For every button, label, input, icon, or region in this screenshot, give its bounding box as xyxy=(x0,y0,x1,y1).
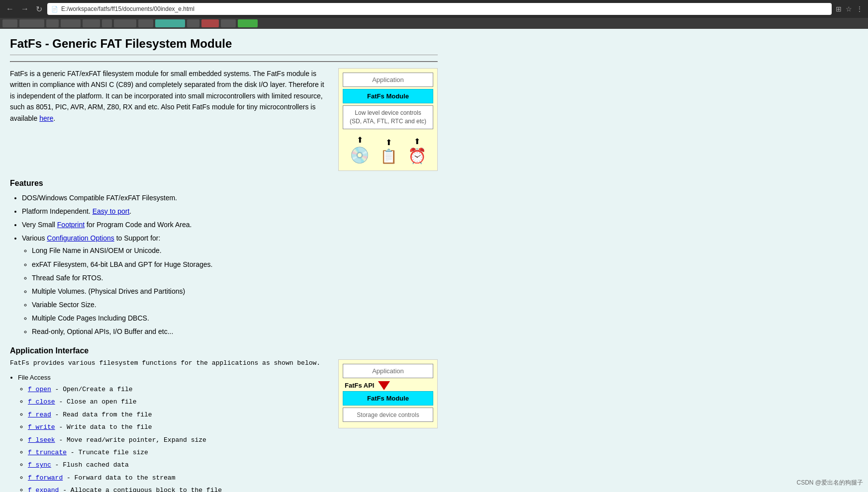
f-close-link[interactable]: f_close xyxy=(28,398,55,406)
f-read-link[interactable]: f_read xyxy=(28,411,51,418)
sub-feature-3-text: Thread Safe for RTOS. xyxy=(32,274,103,282)
bookmark-2 xyxy=(19,19,44,27)
diag1-fatfs-box: FatFs Module xyxy=(343,89,433,103)
diag1-doc-icon-item: ⬆ 📋 xyxy=(380,138,397,164)
f-forward-desc: - Forward data to the stream xyxy=(63,474,175,482)
f-lseek-link[interactable]: f_lseek xyxy=(28,436,55,444)
f-sync-link[interactable]: f_sync xyxy=(28,461,51,469)
menu-button[interactable]: ⋮ xyxy=(855,4,864,14)
bookmark-button[interactable]: ☆ xyxy=(845,4,853,14)
f-read-desc: - Read data from the file xyxy=(51,411,152,418)
back-button[interactable]: ← xyxy=(4,3,16,14)
url-text: E:/workspace/fatfs/ff15/documents/00inde… xyxy=(61,5,194,12)
features-list: DOS/Windows Compatible FAT/exFAT Filesys… xyxy=(10,192,438,338)
api-f-open: f_open - Open/Create a file xyxy=(28,383,328,395)
diag2-api-row: FatFs API xyxy=(343,380,433,391)
bookmark-5 xyxy=(83,19,100,27)
page-title: FatFs - Generic FAT Filesystem Module xyxy=(10,37,438,55)
api-f-close: f_close - Close an open file xyxy=(28,396,328,408)
features-section: Features DOS/Windows Compatible FAT/exFA… xyxy=(10,179,438,338)
sub-feature-2: exFAT Filesystem, 64-bit LBA and GPT for… xyxy=(32,258,438,271)
feature-2-text: Platform Independent. xyxy=(22,207,93,215)
f-open-desc: - Open/Create a file xyxy=(51,386,133,393)
diag1-lowlevel-label: Low level device controls(SD, ATA, FTL, … xyxy=(350,109,426,125)
diag1-clock-shape: ⏰ xyxy=(408,147,426,164)
arch-diagram-2: Application FatFs API FatFs Module Stora… xyxy=(338,359,438,428)
diag1-doc-arrow: ⬆ xyxy=(386,138,392,147)
bookmark-10 xyxy=(187,19,199,27)
diag2-storage-label: Storage device controls xyxy=(357,411,419,418)
sub-feature-6: Multiple Code Pages Including DBCS. xyxy=(32,312,438,325)
f-lseek-desc: - Move read/write pointer, Expand size xyxy=(55,436,206,444)
sub-feature-4-text: Multiple Volumes. (Physical Drives and P… xyxy=(32,287,185,295)
bookmark-11 xyxy=(201,19,219,27)
diag2-fatfs-label: FatFs Module xyxy=(367,395,409,402)
bookmark-1 xyxy=(2,19,17,27)
api-heading: Application Interface xyxy=(10,346,438,355)
footprint-link[interactable]: Footprint xyxy=(57,221,85,229)
bookmark-12 xyxy=(221,19,236,27)
here-link[interactable]: here xyxy=(39,114,53,122)
sub-feature-4: Multiple Volumes. (Physical Drives and P… xyxy=(32,285,438,298)
diag2-application-label: Application xyxy=(372,367,404,375)
f-truncate-desc: - Truncate file size xyxy=(67,449,148,456)
intro-text: FatFs is a generic FAT/exFAT filesystem … xyxy=(10,68,328,171)
api-f-truncate: f_truncate - Truncate file size xyxy=(28,446,328,458)
bookmark-3 xyxy=(46,19,59,27)
f-open-link[interactable]: f_open xyxy=(28,386,51,393)
f-write-desc: - Write data to the file xyxy=(55,423,152,431)
diag2-storage-box: Storage device controls xyxy=(343,408,433,422)
diag1-disk-icon-item: ⬆ 💿 xyxy=(350,135,370,164)
f-close-desc: - Close an open file xyxy=(55,398,137,406)
url-bar[interactable]: 📄 E:/workspace/fatfs/ff15/documents/00in… xyxy=(47,3,832,15)
feature-4-text: Various xyxy=(22,234,47,242)
api-intro-text: FatFs provides various filesystem functi… xyxy=(10,359,328,367)
file-access-item: File Access f_open - Open/Create a file … xyxy=(18,372,328,492)
intro-period: . xyxy=(53,114,55,122)
diag1-fatfs-label: FatFs Module xyxy=(367,92,409,100)
api-f-sync: f_sync - Flush cached data xyxy=(28,459,328,471)
api-f-read: f_read - Read data from the file xyxy=(28,409,328,420)
bookmark-13 xyxy=(238,19,258,27)
sub-feature-1-text: Long File Name in ANSI/OEM or Unicode. xyxy=(32,246,162,254)
f-forward-link[interactable]: f_forward xyxy=(28,474,63,482)
diag2-application-box: Application xyxy=(343,364,433,378)
f-write-link[interactable]: f_write xyxy=(28,423,55,431)
feature-3-end: for Program Code and Work Area. xyxy=(85,221,192,229)
lock-icon: 📄 xyxy=(51,6,58,12)
sub-feature-3: Thread Safe for RTOS. xyxy=(32,272,438,284)
easy-to-port-link[interactable]: Easy to port xyxy=(93,207,130,215)
f-sync-desc: - Flush cached data xyxy=(51,461,129,469)
features-sub-list: Long File Name in ANSI/OEM or Unicode. e… xyxy=(22,245,438,338)
diag2-fatfs-box: FatFs Module xyxy=(343,391,433,406)
file-access-label: File Access xyxy=(18,374,51,381)
diag1-lowlevel-box: Low level device controls(SD, ATA, FTL, … xyxy=(343,105,433,129)
feature-1-text: DOS/Windows Compatible FAT/exFAT Filesys… xyxy=(22,194,177,202)
sub-feature-5-text: Variable Sector Size. xyxy=(32,301,96,309)
api-f-expand: f_expand - Allocate a contiguous block t… xyxy=(28,484,328,492)
sub-feature-6-text: Multiple Code Pages Including DBCS. xyxy=(32,314,149,322)
f-truncate-link[interactable]: f_truncate xyxy=(28,449,67,456)
feature-3-text: Very Small xyxy=(22,221,57,229)
bookmark-7 xyxy=(114,19,136,27)
bookmark-8 xyxy=(138,19,153,27)
sub-feature-5: Variable Sector Size. xyxy=(32,299,438,311)
bookmark-6 xyxy=(102,19,112,27)
diag1-clock-arrow: ⬆ xyxy=(414,137,420,146)
reload-button[interactable]: ↻ xyxy=(34,3,44,15)
config-options-link[interactable]: Configuration Options xyxy=(47,234,114,242)
feature-1: DOS/Windows Compatible FAT/exFAT Filesys… xyxy=(22,192,438,204)
bookmarks-bar xyxy=(0,18,868,29)
page-content: FatFs - Generic FAT Filesystem Module Fa… xyxy=(0,29,448,492)
api-f-forward: f_forward - Forward data to the stream xyxy=(28,472,328,484)
f-expand-link[interactable]: f_expand xyxy=(28,487,59,492)
diag2-fatfs-api-label: FatFs API xyxy=(345,382,374,389)
file-access-sub-list: f_open - Open/Create a file f_close - Cl… xyxy=(18,383,328,492)
forward-button[interactable]: → xyxy=(19,3,31,14)
red-down-arrow-icon xyxy=(378,381,390,390)
feature-2: Platform Independent. Easy to port. xyxy=(22,205,438,218)
api-f-write: f_write - Write data to the file xyxy=(28,421,328,433)
bookmark-9 xyxy=(155,19,185,27)
feature-2-end: . xyxy=(129,207,131,215)
extensions-button[interactable]: ⊞ xyxy=(835,4,843,14)
